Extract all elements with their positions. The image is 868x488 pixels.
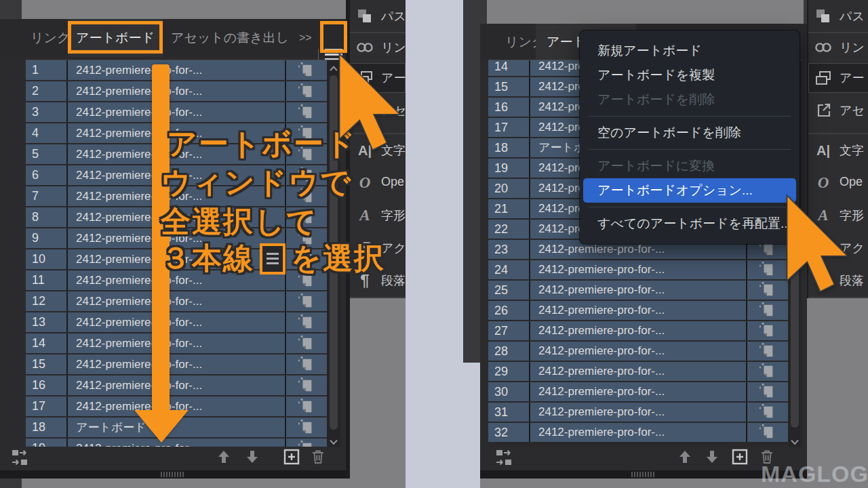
tab-asset-export[interactable]: アセットの書き出し: [171, 19, 289, 57]
artboard-page-icon[interactable]: [747, 260, 788, 279]
rearrange-artboards-icon[interactable]: [11, 449, 28, 466]
move-down-icon[interactable]: [244, 449, 262, 466]
artboard-page-icon[interactable]: [747, 423, 788, 442]
artboard-number: 24: [488, 260, 529, 279]
resize-grip[interactable]: [631, 472, 656, 477]
artboard-row[interactable]: 142412-premiere-pro-for-...: [26, 333, 327, 353]
annotation-line-4-prefix: ３本線: [161, 239, 254, 279]
artboard-row[interactable]: 252412-premiere-pro-for-...: [488, 281, 788, 300]
artboard-name[interactable]: 2412-premiere-pro-for-...: [68, 354, 285, 374]
rearrange-artboards-icon[interactable]: [495, 449, 513, 466]
artboard-name[interactable]: 2412-premiere-pro-for-...: [68, 60, 285, 80]
scroll-down-icon[interactable]: [789, 436, 800, 445]
artboard-row[interactable]: 152412-premiere-pro-for-...: [26, 354, 327, 374]
artboard-name[interactable]: 2412-premiere-pro-for-...: [530, 260, 746, 279]
artboard-name[interactable]: 2412-premiere-pro-for-...: [68, 102, 285, 122]
resize-grip[interactable]: [161, 472, 185, 477]
artboard-name[interactable]: 2412-premiere-pro-for-...: [68, 291, 285, 311]
artboard-number: 17: [488, 118, 529, 137]
dock-item-pathfinder[interactable]: パス: [808, 1, 868, 31]
artboard-row[interactable]: 272412-premiere-pro-for-...: [488, 321, 788, 340]
artboard-row[interactable]: 302412-premiere-pro-for-...: [488, 382, 788, 401]
artboard-name[interactable]: 2412-premiere-pro-for-...: [68, 312, 285, 332]
move-up-icon[interactable]: [216, 449, 233, 466]
artboard-page-icon[interactable]: [747, 321, 788, 340]
move-down-icon[interactable]: [704, 449, 722, 466]
artboard-page-icon[interactable]: [747, 281, 788, 300]
artboard-page-icon[interactable]: [747, 382, 788, 401]
artboard-page-icon[interactable]: [747, 342, 788, 361]
dock-item-pathfinder[interactable]: パス: [350, 1, 406, 31]
artboard-page-icon[interactable]: [286, 375, 327, 395]
artboard-number: 19: [26, 439, 66, 447]
artboard-page-icon[interactable]: [286, 418, 327, 437]
dock-item-character[interactable]: A|文字: [808, 136, 868, 165]
artboard-number: 29: [488, 362, 529, 381]
artboard-page-icon[interactable]: [286, 102, 327, 122]
menu-item-1[interactable]: アートボードを複製: [580, 63, 800, 87]
menu-item-9[interactable]: すべてのアートボードを再配置...: [580, 211, 800, 236]
new-artboard-icon[interactable]: [732, 449, 749, 466]
artboard-page-icon[interactable]: [286, 312, 327, 332]
artboard-page-icon[interactable]: [747, 362, 788, 381]
tab-overflow-chevrons[interactable]: >>: [299, 19, 312, 57]
artboard-row[interactable]: 262412-premiere-pro-for-...: [488, 301, 788, 320]
artboard-name[interactable]: 2412-premiere-pro-for-...: [68, 375, 285, 395]
dock-item-label: パス: [381, 8, 406, 24]
artboard-row[interactable]: 242412-premiere-pro-for-...: [488, 260, 788, 279]
artboard-row[interactable]: 312412-premiere-pro-for-...: [488, 403, 788, 422]
artboard-row[interactable]: 12412-premiere-pro-for-...: [26, 60, 327, 80]
panel-resize-bar[interactable]: [480, 470, 807, 479]
artboard-row[interactable]: 122412-premiere-pro-for-...: [26, 291, 327, 311]
artboard-name[interactable]: 2412-premiere-pro-for-...: [68, 81, 285, 101]
dock-item-opentype[interactable]: OOpe: [350, 168, 406, 198]
artboard-row[interactable]: 32412-premiere-pro-for-...: [26, 102, 327, 122]
artboard-name[interactable]: 2412-premiere-pro-for-...: [530, 423, 746, 442]
dock-item-artboard[interactable]: アー: [808, 63, 868, 93]
tab-links[interactable]: リンク: [31, 19, 70, 57]
delete-artboard-icon[interactable]: [310, 449, 328, 466]
artboard-name[interactable]: 2412-premiere-pro-for-...: [530, 342, 746, 361]
new-artboard-icon[interactable]: [283, 449, 301, 466]
artboard-icon: [812, 67, 834, 89]
artboard-page-icon[interactable]: [747, 403, 788, 422]
panel-resize-bar[interactable]: [0, 470, 346, 479]
artboard-page-icon[interactable]: [286, 81, 327, 101]
menu-item-0[interactable]: 新規アートボード: [580, 39, 800, 63]
annotation-line-1: アートボード: [167, 124, 357, 164]
move-up-icon[interactable]: [677, 449, 694, 466]
menu-item-4[interactable]: 空のアートボードを削除: [580, 121, 800, 145]
dock-item-link[interactable]: リン: [808, 33, 868, 62]
scroll-down-icon[interactable]: [328, 436, 339, 445]
artboard-name[interactable]: 2412-premiere-pro-for-...: [530, 321, 746, 340]
artboard-page-icon[interactable]: [286, 60, 327, 80]
artboard-name[interactable]: 2412-premiere-pro-for-...: [530, 362, 746, 381]
artboard-number: 9: [26, 228, 66, 248]
character-icon: A|: [812, 140, 834, 161]
glyphs-icon: A: [354, 205, 376, 226]
artboard-page-icon[interactable]: [286, 396, 327, 416]
artboard-page-icon[interactable]: [286, 333, 327, 353]
artboard-number: 11: [26, 270, 66, 290]
artboard-page-icon[interactable]: [286, 291, 327, 311]
artboard-row[interactable]: 22412-premiere-pro-for-...: [26, 81, 327, 101]
artboard-page-icon[interactable]: [286, 439, 327, 447]
artboard-row[interactable]: 132412-premiere-pro-for-...: [26, 312, 327, 332]
menu-item-7[interactable]: アートボードオプション...: [583, 178, 796, 203]
artboard-name[interactable]: 2412-premiere-pro-for-...: [68, 333, 285, 353]
pathfinder-icon: [354, 5, 376, 27]
artboard-page-icon[interactable]: [747, 301, 788, 320]
artboard-name[interactable]: 2412-premiere-pro-for-...: [530, 301, 746, 320]
artboard-row[interactable]: 282412-premiere-pro-for-...: [488, 342, 788, 361]
artboard-name[interactable]: 2412-premiere-pro-for-...: [530, 403, 746, 422]
artboard-name[interactable]: 2412-premiere-pro-for-...: [530, 382, 746, 401]
dock-item-glyphs[interactable]: A字形: [350, 201, 406, 230]
dock-item-export[interactable]: アセ: [808, 96, 868, 125]
artboard-row[interactable]: 292412-premiere-pro-for-...: [488, 362, 788, 381]
artboard-number: 16: [26, 375, 66, 395]
artboard-row[interactable]: 162412-premiere-pro-for-...: [26, 375, 327, 395]
artboard-name[interactable]: 2412-premiere-pro-for-...: [530, 281, 746, 300]
artboard-row[interactable]: 322412-premiere-pro-for-...: [488, 423, 788, 442]
dock-separator: [350, 297, 406, 298]
artboard-page-icon[interactable]: [286, 354, 327, 374]
